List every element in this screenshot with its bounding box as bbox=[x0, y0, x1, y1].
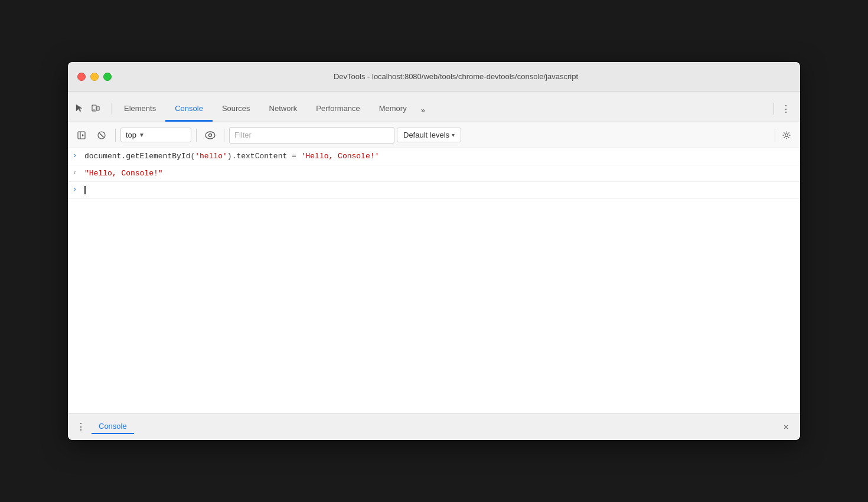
tab-network[interactable]: Network bbox=[260, 99, 307, 122]
sidebar-toggle-button[interactable] bbox=[73, 126, 90, 144]
toolbar-separator-2 bbox=[196, 129, 197, 142]
svg-point-10 bbox=[785, 133, 788, 136]
toolbar-right bbox=[772, 126, 795, 144]
tab-left-icons bbox=[73, 102, 102, 122]
live-expression-button[interactable] bbox=[201, 126, 219, 144]
svg-marker-5 bbox=[82, 134, 84, 136]
console-settings-button[interactable] bbox=[778, 126, 795, 144]
tab-bar: Elements Console Sources Network Perform… bbox=[68, 92, 800, 122]
output-arrow: ‹ bbox=[73, 168, 84, 177]
cursor-blink bbox=[84, 186, 86, 194]
tab-sources[interactable]: Sources bbox=[213, 99, 260, 122]
svg-point-9 bbox=[209, 133, 212, 136]
devtools-menu-icon[interactable]: ⋮ bbox=[776, 99, 795, 122]
prompt-arrow: › bbox=[73, 184, 84, 194]
cursor-inspect-icon[interactable] bbox=[73, 102, 86, 115]
console-line-input: › document.getElementById('hello').textC… bbox=[68, 148, 800, 165]
drawer-close-button[interactable]: × bbox=[779, 420, 793, 434]
toolbar-separator-4 bbox=[775, 129, 775, 142]
tab-divider-left bbox=[112, 103, 112, 115]
tabs-more-button[interactable]: » bbox=[416, 101, 430, 122]
tab-divider-right bbox=[774, 103, 774, 115]
console-toolbar: top ▼ Default levels ▾ bbox=[68, 122, 800, 148]
tab-performance[interactable]: Performance bbox=[306, 99, 369, 122]
title-bar: DevTools - localhost:8080/web/tools/chro… bbox=[68, 62, 800, 92]
bottom-drawer: ⋮ Console × bbox=[68, 413, 800, 440]
window-title: DevTools - localhost:8080/web/tools/chro… bbox=[121, 72, 791, 81]
console-output[interactable]: › document.getElementById('hello').textC… bbox=[68, 148, 800, 413]
tab-memory[interactable]: Memory bbox=[370, 99, 416, 122]
clear-console-button[interactable] bbox=[93, 126, 110, 144]
tab-console[interactable]: Console bbox=[165, 99, 213, 122]
device-mode-icon[interactable] bbox=[89, 102, 102, 115]
console-line-prompt[interactable]: › bbox=[68, 182, 800, 199]
toolbar-separator-1 bbox=[115, 129, 116, 142]
filter-input[interactable] bbox=[229, 127, 394, 144]
tabs-container: Elements Console Sources Network Perform… bbox=[115, 99, 771, 122]
tab-elements[interactable]: Elements bbox=[115, 99, 165, 122]
log-levels-button[interactable]: Default levels ▾ bbox=[397, 128, 461, 142]
svg-rect-3 bbox=[78, 132, 85, 139]
drawer-menu-icon[interactable]: ⋮ bbox=[75, 421, 87, 433]
close-button[interactable] bbox=[77, 73, 86, 81]
traffic-lights bbox=[77, 73, 112, 81]
context-arrow: ▼ bbox=[139, 132, 145, 138]
console-prompt-input[interactable] bbox=[84, 184, 795, 196]
levels-label: Default levels bbox=[403, 131, 449, 139]
svg-rect-1 bbox=[97, 106, 99, 110]
context-value: top bbox=[126, 131, 136, 139]
maximize-button[interactable] bbox=[103, 73, 112, 81]
input-arrow: › bbox=[73, 151, 84, 160]
svg-line-7 bbox=[100, 133, 104, 137]
drawer-console-tab[interactable]: Console bbox=[92, 419, 134, 434]
levels-arrow: ▾ bbox=[452, 132, 455, 138]
console-line-output: ‹ "Hello, Console!" bbox=[68, 165, 800, 182]
devtools-window: DevTools - localhost:8080/web/tools/chro… bbox=[68, 62, 800, 440]
context-selector[interactable]: top ▼ bbox=[120, 128, 191, 142]
console-output-value: "Hello, Console!" bbox=[84, 168, 795, 180]
minimize-button[interactable] bbox=[90, 73, 99, 81]
svg-point-8 bbox=[205, 132, 215, 139]
toolbar-separator-3 bbox=[224, 129, 224, 142]
console-input-code: document.getElementById('hello').textCon… bbox=[84, 151, 795, 162]
